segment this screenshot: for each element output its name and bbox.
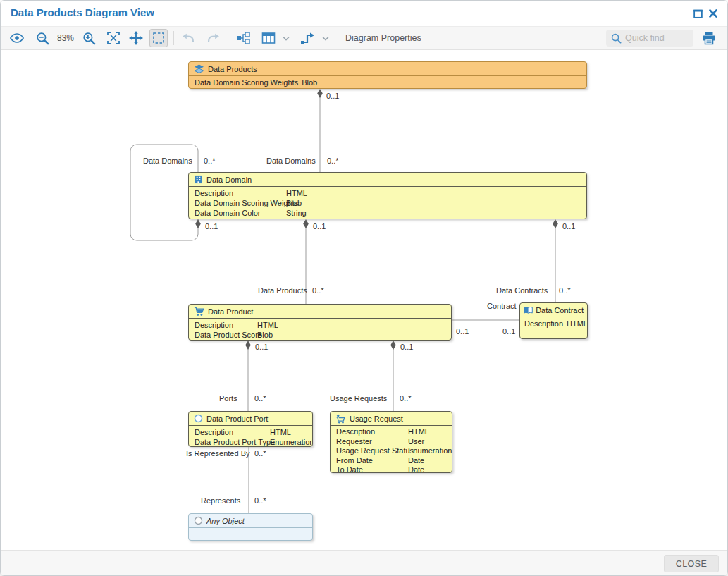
table-view-button[interactable] bbox=[259, 29, 278, 47]
role-label: Usage Requests bbox=[330, 394, 387, 403]
zoom-to-fit-button[interactable] bbox=[104, 29, 123, 47]
page-title: Data Products Diagram View bbox=[11, 6, 154, 18]
toolbar-separator bbox=[173, 31, 174, 45]
multiplicity-label: 0..1 bbox=[313, 222, 326, 231]
entity-title: Data Product bbox=[208, 307, 253, 316]
attribute-row: Data Domain ColorString bbox=[189, 208, 586, 218]
zoom-in-button[interactable] bbox=[80, 29, 98, 47]
attribute-row: Data Domain Scoring WeightsBlob bbox=[189, 198, 586, 208]
attribute-row: DescriptionHTML bbox=[189, 427, 312, 437]
marquee-select-button[interactable] bbox=[149, 29, 168, 47]
role-label: Data Domains bbox=[266, 157, 316, 165]
undo-icon bbox=[182, 33, 196, 43]
entity-title: Data Product Port bbox=[206, 415, 268, 423]
attribute-row: RequesterUser bbox=[331, 437, 452, 447]
book-icon bbox=[524, 306, 533, 314]
attribute-row: From DateDate bbox=[331, 456, 452, 466]
multiplicity-label: 0..* bbox=[312, 286, 324, 295]
fit-screen-icon bbox=[106, 31, 121, 45]
entity-title: Data Products bbox=[208, 65, 257, 73]
object-circle-icon bbox=[194, 516, 203, 525]
entity-data-contract[interactable]: Data Contract DescriptionHTML bbox=[519, 302, 588, 339]
role-label: Represents bbox=[201, 496, 240, 505]
entity-data-domain[interactable]: Data Domain DescriptionHTML Data Domain … bbox=[188, 172, 587, 219]
redo-button[interactable] bbox=[204, 29, 222, 47]
building-icon bbox=[194, 175, 203, 184]
connector-lines bbox=[1, 50, 728, 550]
close-button[interactable] bbox=[707, 7, 720, 20]
zoom-level: 83% bbox=[57, 33, 74, 43]
zoom-out-button[interactable] bbox=[33, 29, 51, 47]
cart-request-icon bbox=[335, 414, 346, 424]
connector-style-dropdown[interactable] bbox=[320, 29, 331, 47]
attribute-row: Usage Request StatusEnumeration bbox=[331, 446, 452, 456]
chevron-down-icon bbox=[283, 36, 290, 41]
multiplicity-label: 0..1 bbox=[502, 327, 515, 336]
preview-eye-button[interactable] bbox=[8, 29, 26, 47]
pan-move-button[interactable] bbox=[127, 29, 145, 47]
role-label: Ports bbox=[219, 394, 237, 403]
chevron-down-icon bbox=[322, 36, 329, 41]
role-label: Contract bbox=[487, 302, 517, 310]
table-view-dropdown[interactable] bbox=[280, 29, 292, 47]
connector-elbow-icon bbox=[301, 32, 315, 44]
multiplicity-label: 0..* bbox=[254, 449, 266, 458]
entity-data-product[interactable]: Data Product DescriptionHTML Data Produc… bbox=[188, 304, 452, 341]
attribute-row: Data Product Port TypeEnumeration bbox=[189, 437, 312, 447]
move-icon bbox=[129, 31, 143, 45]
role-label: Data Products bbox=[258, 286, 307, 295]
multiplicity-label: 0..1 bbox=[456, 327, 469, 336]
entity-usage-request[interactable]: Usage Request DescriptionHTML RequesterU… bbox=[330, 411, 452, 473]
role-label: Data Contracts bbox=[496, 286, 548, 295]
multiplicity-label: 0..1 bbox=[326, 92, 339, 100]
maximize-icon bbox=[693, 8, 703, 19]
cart-icon bbox=[194, 307, 204, 317]
attribute-row: Data Domain Scoring WeightsBlob bbox=[189, 78, 586, 87]
quick-find-input[interactable] bbox=[625, 33, 689, 43]
diagram-view-dialog: Data Products Diagram View 83% bbox=[0, 0, 728, 576]
eye-icon bbox=[10, 33, 24, 43]
circle-icon bbox=[194, 414, 203, 423]
multiplicity-label: 0..1 bbox=[205, 222, 218, 231]
search-icon bbox=[611, 33, 622, 44]
entity-data-product-port[interactable]: Data Product Port DescriptionHTML Data P… bbox=[188, 411, 313, 447]
dialog-footer: CLOSE bbox=[1, 550, 727, 576]
title-bar: Data Products Diagram View bbox=[1, 1, 727, 26]
auto-layout-button[interactable] bbox=[234, 29, 252, 47]
diagram-properties-button[interactable]: Diagram Properties bbox=[345, 33, 421, 43]
zoom-out-icon bbox=[36, 32, 49, 45]
multiplicity-label: 0..* bbox=[327, 157, 339, 165]
attribute-row: DescriptionHTML bbox=[189, 320, 451, 330]
multiplicity-label: 0..1 bbox=[400, 343, 413, 351]
role-label: Data Domains bbox=[143, 157, 192, 165]
table-icon bbox=[261, 32, 276, 44]
print-icon bbox=[702, 32, 716, 45]
role-label: Is Represented By bbox=[186, 449, 250, 458]
connector-style-button[interactable] bbox=[299, 29, 317, 47]
zoom-in-icon bbox=[82, 32, 96, 45]
multiplicity-label: 0..* bbox=[254, 496, 266, 505]
entity-title: Data Domain bbox=[206, 176, 252, 184]
maximize-button[interactable] bbox=[691, 7, 704, 20]
multiplicity-label: 0..* bbox=[204, 157, 216, 165]
entity-title: Data Contract bbox=[536, 306, 584, 314]
toolbar-separator bbox=[228, 31, 228, 45]
redo-icon bbox=[206, 33, 220, 43]
entity-any-object[interactable]: Any Object bbox=[188, 513, 313, 541]
attribute-row: To DateDate bbox=[331, 465, 452, 475]
undo-button[interactable] bbox=[180, 29, 198, 47]
marquee-select-icon bbox=[152, 32, 165, 44]
entity-title: Usage Request bbox=[350, 415, 403, 423]
close-icon bbox=[708, 8, 718, 18]
close-dialog-button[interactable]: CLOSE bbox=[664, 555, 719, 572]
entity-data-products[interactable]: Data Products Data Domain Scoring Weight… bbox=[188, 61, 587, 89]
quick-find-box[interactable] bbox=[606, 30, 693, 47]
multiplicity-label: 0..* bbox=[559, 286, 571, 295]
diagram-canvas[interactable]: 0..1 Data Domains 0..* Data Domains 0..*… bbox=[1, 50, 728, 550]
layout-icon bbox=[236, 31, 250, 45]
multiplicity-label: 0..1 bbox=[562, 222, 575, 231]
multiplicity-label: 0..* bbox=[254, 394, 266, 403]
attribute-row: DescriptionHTML bbox=[331, 427, 452, 437]
diagram-toolbar: 83% bbox=[1, 26, 727, 50]
print-button[interactable] bbox=[700, 29, 718, 47]
